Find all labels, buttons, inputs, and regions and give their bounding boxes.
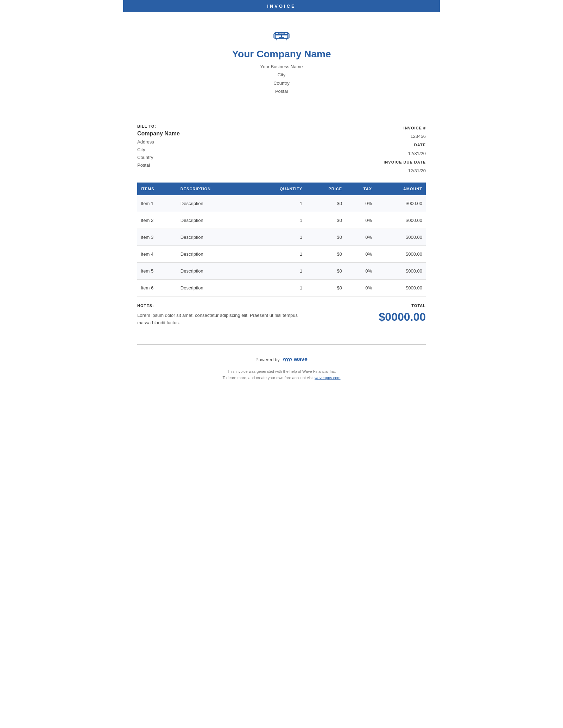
bill-section: BILL TO: Company Name Address City Count…	[123, 117, 440, 183]
item-name: Item 6	[137, 279, 177, 296]
col-tax: TAX	[346, 183, 375, 195]
item-tax: 0%	[346, 262, 375, 279]
item-amount: $000.00	[375, 279, 426, 296]
item-quantity: 1	[249, 279, 306, 296]
company-details: Your Business Name City Country Postal	[130, 63, 433, 96]
client-country: Country	[137, 154, 180, 161]
company-country: Country	[130, 79, 433, 87]
footer-line2: To learn more, and create your own free …	[137, 375, 426, 381]
col-price: PRICE	[306, 183, 346, 195]
col-quantity: QUANTITY	[249, 183, 306, 195]
col-items: ITEMS	[137, 183, 177, 195]
item-amount: $000.00	[375, 245, 426, 262]
notes-text: Lorem ipsum dolor sit amet, consectetur …	[137, 312, 306, 327]
item-tax: 0%	[346, 279, 375, 296]
item-tax: 0%	[346, 229, 375, 245]
footer-divider	[137, 344, 426, 345]
item-name: Item 4	[137, 245, 177, 262]
bill-to: BILL TO: Company Name Address City Count…	[137, 124, 180, 175]
company-city: City	[130, 71, 433, 79]
item-tax: 0%	[346, 212, 375, 229]
item-description: Description	[177, 279, 249, 296]
item-description: Description	[177, 262, 249, 279]
invoice-title: INVOICE	[267, 4, 296, 9]
powered-by-text: Powered by	[255, 357, 280, 362]
wave-logo: wave	[283, 355, 308, 364]
item-quantity: 1	[249, 245, 306, 262]
table-row: Item 6 Description 1 $0 0% $000.00	[137, 279, 426, 296]
item-amount: $000.00	[375, 262, 426, 279]
item-price: $0	[306, 212, 346, 229]
item-price: $0	[306, 245, 346, 262]
invoice-meta: INVOICE # 123456 DATE 12/31/20 INVOICE D…	[377, 124, 426, 175]
table-row: Item 2 Description 1 $0 0% $000.00	[137, 212, 426, 229]
col-description: DESCRIPTION	[177, 183, 249, 195]
item-quantity: 1	[249, 229, 306, 245]
company-name: Your Company Name	[130, 49, 433, 60]
company-postal: Postal	[130, 87, 433, 95]
table-row: Item 5 Description 1 $0 0% $000.00	[137, 262, 426, 279]
item-tax: 0%	[346, 245, 375, 262]
wave-icon	[283, 355, 292, 364]
invoice-number-label: INVOICE #	[377, 124, 426, 132]
bill-to-label: BILL TO:	[137, 124, 180, 128]
col-amount: AMOUNT	[375, 183, 426, 195]
client-postal: Postal	[137, 161, 180, 169]
notes-total-section: NOTES: Lorem ipsum dolor sit amet, conse…	[123, 296, 440, 334]
item-tax: 0%	[346, 195, 375, 212]
notes-section: NOTES: Lorem ipsum dolor sit amet, conse…	[137, 304, 306, 327]
notes-label: NOTES:	[137, 304, 306, 308]
due-date-value: 12/31/20	[377, 166, 426, 175]
total-amount: $0000.00	[379, 311, 426, 324]
client-name: Company Name	[137, 130, 180, 137]
total-section: TOTAL $0000.00	[379, 304, 426, 324]
item-price: $0	[306, 262, 346, 279]
waveapps-link[interactable]: waveapps.com	[315, 376, 340, 380]
wave-brand-text: wave	[294, 356, 308, 363]
date-label: DATE	[377, 141, 426, 149]
items-table: ITEMS DESCRIPTION QUANTITY PRICE TAX AMO…	[137, 183, 426, 296]
client-city: City	[137, 146, 180, 154]
item-name: Item 2	[137, 212, 177, 229]
item-description: Description	[177, 229, 249, 245]
invoice-header-bar: INVOICE	[123, 0, 440, 12]
table-row: Item 4 Description 1 $0 0% $000.00	[137, 245, 426, 262]
footer: Powered by wave This invoice was generat…	[123, 352, 440, 392]
due-date-label: INVOICE DUE DATE	[377, 158, 426, 166]
item-amount: $000.00	[375, 195, 426, 212]
item-name: Item 3	[137, 229, 177, 245]
item-price: $0	[306, 195, 346, 212]
client-address: Address	[137, 138, 180, 146]
item-name: Item 5	[137, 262, 177, 279]
item-description: Description	[177, 195, 249, 212]
item-amount: $000.00	[375, 229, 426, 245]
footer-line1: This invoice was generated with the help…	[137, 368, 426, 381]
item-description: Description	[177, 245, 249, 262]
item-quantity: 1	[249, 195, 306, 212]
item-description: Description	[177, 212, 249, 229]
header-divider	[137, 110, 426, 110]
company-section: Your Company Name Your Business Name Cit…	[123, 12, 440, 103]
item-price: $0	[306, 229, 346, 245]
powered-by: Powered by wave	[137, 355, 426, 364]
table-row: Item 1 Description 1 $0 0% $000.00	[137, 195, 426, 212]
item-name: Item 1	[137, 195, 177, 212]
table-row: Item 3 Description 1 $0 0% $000.00	[137, 229, 426, 245]
date-value: 12/31/20	[377, 149, 426, 158]
company-business-name: Your Business Name	[130, 63, 433, 71]
item-quantity: 1	[249, 262, 306, 279]
invoice-number-value: 123456	[377, 132, 426, 141]
item-amount: $000.00	[375, 212, 426, 229]
company-logo	[130, 23, 433, 45]
total-label: TOTAL	[379, 304, 426, 308]
item-quantity: 1	[249, 212, 306, 229]
item-price: $0	[306, 279, 346, 296]
